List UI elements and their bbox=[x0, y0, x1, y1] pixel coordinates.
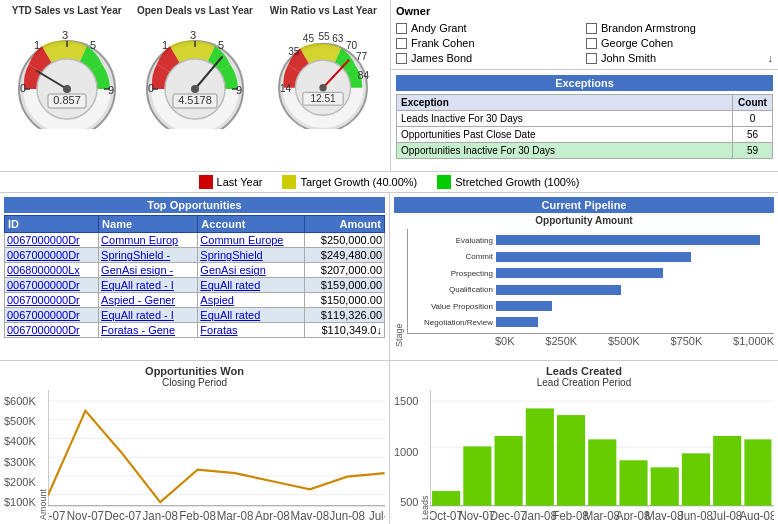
exc-row-2: Opportunities Inactive For 30 Days 59 bbox=[397, 143, 773, 159]
owner-section: Owner Andy Grant Brandon Armstrong Frank… bbox=[391, 0, 778, 70]
opp-name-0[interactable]: Commun Europ bbox=[99, 233, 198, 248]
opp-account-1[interactable]: SpringShield bbox=[198, 248, 305, 263]
opp-id-1[interactable]: 0067000000Dr bbox=[5, 248, 99, 263]
legend-green-box bbox=[437, 175, 451, 189]
owner-checkbox-george[interactable] bbox=[586, 38, 597, 49]
scroll-down-icon: ↓ bbox=[768, 52, 774, 64]
opp-id-0[interactable]: 0067000000Dr bbox=[5, 233, 99, 248]
owner-label-james: James Bond bbox=[411, 52, 472, 64]
y-tick-600: $600K bbox=[4, 395, 36, 407]
opp-name-4[interactable]: Aspied - Gener bbox=[99, 293, 198, 308]
x-label-4: $1,000K bbox=[733, 335, 774, 347]
opp-name-6[interactable]: Foratas - Gene bbox=[99, 323, 198, 338]
pipeline-bar-row-3: Qualification bbox=[408, 282, 774, 297]
opp-account-0[interactable]: Commun Europe bbox=[198, 233, 305, 248]
legend-target-label: Target Growth (40.00%) bbox=[300, 176, 417, 188]
gauges-area: YTD Sales vs Last Year bbox=[0, 0, 390, 171]
pipeline-bar-row-5: Negotiation/Review bbox=[408, 315, 774, 330]
owner-checkbox-john[interactable] bbox=[586, 53, 597, 64]
legend-stretched-label: Stretched Growth (100%) bbox=[455, 176, 579, 188]
leads-y-label: Leads bbox=[420, 390, 430, 520]
pipeline-fill-2 bbox=[496, 268, 663, 278]
exc-row-1: Opportunities Past Close Date 56 bbox=[397, 127, 773, 143]
svg-text:14: 14 bbox=[280, 83, 292, 94]
owner-checkbox-james[interactable] bbox=[396, 53, 407, 64]
owner-item-brandon: Brandon Armstrong bbox=[586, 22, 773, 34]
svg-text:Dec-07: Dec-07 bbox=[104, 509, 141, 520]
opp-id-6[interactable]: 0067000000Dr bbox=[5, 323, 99, 338]
svg-text:Mar-08: Mar-08 bbox=[217, 509, 254, 520]
legend-item-target: Target Growth (40.00%) bbox=[282, 175, 417, 189]
opp-col-amount: Amount bbox=[304, 216, 384, 233]
pipeline-label-0: Evaluating bbox=[408, 236, 496, 245]
opp-col-name: Name bbox=[99, 216, 198, 233]
exc-col-exception: Exception bbox=[397, 95, 733, 111]
svg-text:1: 1 bbox=[34, 39, 40, 51]
owner-checkbox-andy[interactable] bbox=[396, 23, 407, 34]
svg-text:5: 5 bbox=[90, 39, 96, 51]
pipeline-label-4: Value Proposition bbox=[408, 302, 496, 311]
owner-checkbox-brandon[interactable] bbox=[586, 23, 597, 34]
opp-name-5[interactable]: EquAll rated - I bbox=[99, 308, 198, 323]
legend-item-last-year: Last Year bbox=[199, 175, 263, 189]
svg-rect-69 bbox=[495, 436, 523, 506]
owner-item-george: George Cohen bbox=[586, 37, 773, 49]
legend-last-year-label: Last Year bbox=[217, 176, 263, 188]
legend-red-box bbox=[199, 175, 213, 189]
opp-won-panel: Opportunities Won Closing Period $600K $… bbox=[0, 361, 390, 524]
opp-amount-0: $250,000.00 bbox=[304, 233, 384, 248]
y-tick-500: $500K bbox=[4, 415, 36, 427]
pipeline-track-0 bbox=[496, 235, 774, 245]
owner-item-andy: Andy Grant bbox=[396, 22, 583, 34]
owner-item-john: John Smith ↓ bbox=[586, 52, 773, 64]
opp-name-2[interactable]: GenAsi esign - bbox=[99, 263, 198, 278]
opp-account-3[interactable]: EquAll rated bbox=[198, 278, 305, 293]
opp-won-svg: Oct-07 Nov-07 Dec-07 Jan-08 Feb-08 Mar-0… bbox=[48, 390, 385, 520]
svg-rect-77 bbox=[745, 439, 772, 505]
opp-amount-3: $159,000.00 bbox=[304, 278, 384, 293]
opp-amount-5: $119,326.00 bbox=[304, 308, 384, 323]
svg-text:0: 0 bbox=[20, 82, 26, 94]
pipeline-title: Current Pipeline bbox=[394, 197, 774, 213]
opp-row-2: 0068000000Lx GenAsi esign - GenAsi esign… bbox=[5, 263, 385, 278]
opp-name-1[interactable]: SpringShield - bbox=[99, 248, 198, 263]
svg-text:35: 35 bbox=[288, 46, 300, 57]
opp-id-2[interactable]: 0068000000Lx bbox=[5, 263, 99, 278]
y-tick-200: $200K bbox=[4, 476, 36, 488]
svg-rect-67 bbox=[433, 491, 461, 506]
pipeline-y-label: Stage bbox=[394, 229, 404, 347]
svg-text:Mar-08: Mar-08 bbox=[584, 509, 621, 520]
svg-text:Jun-08: Jun-08 bbox=[329, 509, 365, 520]
gauge-win-ratio: Win Ratio vs Last Year 14 35 45 55 bbox=[262, 5, 385, 166]
opp-name-3[interactable]: EquAll rated - I bbox=[99, 278, 198, 293]
exc-name-1: Opportunities Past Close Date bbox=[397, 127, 733, 143]
opp-account-4[interactable]: Aspied bbox=[198, 293, 305, 308]
opp-row-5: 0067000000Dr EquAll rated - I EquAll rat… bbox=[5, 308, 385, 323]
exc-row-0: Leads Inactive For 30 Days 0 bbox=[397, 111, 773, 127]
leads-sub: Lead Creation Period bbox=[394, 377, 774, 388]
opp-id-3[interactable]: 0067000000Dr bbox=[5, 278, 99, 293]
owner-grid: Andy Grant Brandon Armstrong Frank Cohen… bbox=[396, 22, 773, 64]
opp-won-chart: $600K $500K $400K $300K $200K $100K Amou… bbox=[4, 390, 385, 520]
owner-checkbox-frank[interactable] bbox=[396, 38, 407, 49]
svg-text:5: 5 bbox=[218, 39, 224, 51]
svg-text:45: 45 bbox=[303, 33, 315, 44]
svg-text:Jul-08: Jul-08 bbox=[712, 509, 744, 520]
opp-account-2[interactable]: GenAsi esign bbox=[198, 263, 305, 278]
leads-title: Leads Created bbox=[394, 365, 774, 377]
svg-point-27 bbox=[191, 85, 199, 93]
opp-account-6[interactable]: Foratas bbox=[198, 323, 305, 338]
pipeline-fill-0 bbox=[496, 235, 760, 245]
x-label-2: $500K bbox=[608, 335, 640, 347]
y-tick-300: $300K bbox=[4, 456, 36, 468]
svg-text:Nov-07: Nov-07 bbox=[67, 509, 104, 520]
opp-table: ID Name Account Amount 0067000000Dr Comm… bbox=[4, 215, 385, 338]
opp-account-5[interactable]: EquAll rated bbox=[198, 308, 305, 323]
pipeline-label-1: Commit bbox=[408, 252, 496, 261]
svg-rect-76 bbox=[714, 436, 742, 506]
svg-text:Feb-08: Feb-08 bbox=[179, 509, 216, 520]
opp-id-4[interactable]: 0067000000Dr bbox=[5, 293, 99, 308]
pipeline-label-2: Prospecting bbox=[408, 269, 496, 278]
exc-col-count: Count bbox=[733, 95, 773, 111]
opp-id-5[interactable]: 0067000000Dr bbox=[5, 308, 99, 323]
